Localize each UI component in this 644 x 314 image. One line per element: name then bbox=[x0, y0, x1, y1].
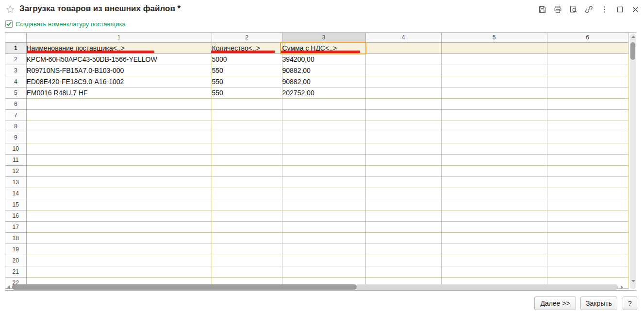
cell-r18c4[interactable] bbox=[365, 232, 441, 244]
maximize-icon[interactable] bbox=[614, 3, 626, 15]
cell-r17c2[interactable] bbox=[212, 221, 282, 232]
column-header-1[interactable]: 1 bbox=[26, 33, 212, 42]
cell-r16c1[interactable] bbox=[26, 210, 212, 221]
cell-r14c1[interactable] bbox=[26, 188, 212, 199]
cell-r2c4[interactable] bbox=[365, 53, 441, 65]
cell-r6c6[interactable] bbox=[547, 98, 628, 109]
cell-r12c2[interactable] bbox=[212, 165, 282, 176]
cell-r15c1[interactable] bbox=[26, 199, 212, 210]
cell-r12c1[interactable] bbox=[26, 165, 212, 176]
column-header-3[interactable]: 3 bbox=[282, 33, 365, 42]
cell-r18c6[interactable] bbox=[547, 232, 628, 244]
cell-r16c5[interactable] bbox=[441, 210, 547, 221]
cell-r4c5[interactable] bbox=[441, 76, 547, 87]
cell-r5c6[interactable] bbox=[547, 87, 628, 98]
cell-r17c3[interactable] bbox=[282, 221, 365, 232]
row-header-5[interactable]: 5 bbox=[5, 87, 26, 98]
cell-r8c2[interactable] bbox=[212, 121, 282, 132]
cell-r13c6[interactable] bbox=[547, 176, 628, 188]
cell-r3c4[interactable] bbox=[365, 65, 441, 76]
cell-r4c4[interactable] bbox=[365, 76, 441, 87]
cell-r7c6[interactable] bbox=[547, 109, 628, 121]
close-button[interactable]: Закрыть bbox=[580, 297, 617, 310]
cell-r13c5[interactable] bbox=[441, 176, 547, 188]
scroll-left-arrow-icon[interactable] bbox=[7, 285, 10, 289]
column-header-6[interactable]: 6 bbox=[547, 33, 628, 42]
cell-r15c2[interactable] bbox=[212, 199, 282, 210]
scroll-down-arrow-icon[interactable] bbox=[631, 280, 635, 282]
cell-r16c4[interactable] bbox=[365, 210, 441, 221]
cell-r9c6[interactable] bbox=[547, 132, 628, 143]
cell-r18c3[interactable] bbox=[282, 232, 365, 244]
cell-r16c6[interactable] bbox=[547, 210, 628, 221]
cell-r17c5[interactable] bbox=[441, 221, 547, 232]
horizontal-scrollbar-track[interactable] bbox=[357, 284, 618, 290]
row-header-2[interactable]: 2 bbox=[5, 53, 26, 65]
horizontal-scrollbar-thumb[interactable] bbox=[12, 284, 357, 290]
cell-r4c2[interactable]: 550 bbox=[212, 76, 282, 87]
row-header-4[interactable]: 4 bbox=[5, 76, 26, 87]
cell-r10c2[interactable] bbox=[212, 143, 282, 154]
row-header-6[interactable]: 6 bbox=[5, 98, 26, 109]
cell-r12c3[interactable] bbox=[282, 165, 365, 176]
cell-r8c3[interactable] bbox=[282, 121, 365, 132]
cell-r4c3[interactable]: 90882,00 bbox=[282, 76, 365, 87]
more-icon[interactable] bbox=[598, 3, 610, 15]
cell-r10c3[interactable] bbox=[282, 143, 365, 154]
cell-r20c1[interactable] bbox=[26, 255, 212, 266]
print-preview-icon[interactable] bbox=[567, 3, 579, 15]
cell-r8c4[interactable] bbox=[365, 121, 441, 132]
cell-r18c2[interactable] bbox=[212, 232, 282, 244]
cell-r20c3[interactable] bbox=[282, 255, 365, 266]
cell-r2c2[interactable]: 5000 bbox=[212, 53, 282, 65]
row-header-17[interactable]: 17 bbox=[5, 221, 26, 232]
cell-r11c6[interactable] bbox=[547, 154, 628, 165]
cell-r5c2[interactable]: 550 bbox=[212, 87, 282, 98]
cell-r3c3[interactable]: 90882,00 bbox=[282, 65, 365, 76]
cell-r4c6[interactable] bbox=[547, 76, 628, 87]
cell-r19c6[interactable] bbox=[547, 244, 628, 255]
cell-r3c1[interactable]: R09710NS-FB15A7.0-B103-000 bbox=[26, 65, 212, 76]
cell-r9c3[interactable] bbox=[282, 132, 365, 143]
cell-r3c2[interactable]: 550 bbox=[212, 65, 282, 76]
row-header-1[interactable]: 1 bbox=[5, 42, 26, 53]
row-header-21[interactable]: 21 bbox=[5, 266, 26, 277]
save-icon[interactable] bbox=[536, 3, 548, 15]
row-header-19[interactable]: 19 bbox=[5, 244, 26, 255]
cell-r1c4[interactable] bbox=[365, 42, 441, 53]
row-header-10[interactable]: 10 bbox=[5, 143, 26, 154]
row-header-14[interactable]: 14 bbox=[5, 188, 26, 199]
row-header-3[interactable]: 3 bbox=[5, 65, 26, 76]
cell-r3c5[interactable] bbox=[441, 65, 547, 76]
cell-r12c5[interactable] bbox=[441, 165, 547, 176]
cell-r18c5[interactable] bbox=[441, 232, 547, 244]
cell-r14c3[interactable] bbox=[282, 188, 365, 199]
cell-r11c5[interactable] bbox=[441, 154, 547, 165]
cell-r11c1[interactable] bbox=[26, 154, 212, 165]
column-header-4[interactable]: 4 bbox=[365, 33, 441, 42]
cell-r18c1[interactable] bbox=[26, 232, 212, 244]
row-header-15[interactable]: 15 bbox=[5, 199, 26, 210]
scroll-right-arrow-icon[interactable] bbox=[621, 285, 623, 289]
row-header-13[interactable]: 13 bbox=[5, 176, 26, 188]
cell-r7c3[interactable] bbox=[282, 109, 365, 121]
cell-r7c2[interactable] bbox=[212, 109, 282, 121]
column-header-2[interactable]: 2 bbox=[212, 33, 282, 42]
cell-r19c5[interactable] bbox=[441, 244, 547, 255]
corner-cell[interactable] bbox=[5, 33, 26, 42]
cell-r15c3[interactable] bbox=[282, 199, 365, 210]
row-header-7[interactable]: 7 bbox=[5, 109, 26, 121]
favorite-star-icon[interactable] bbox=[5, 4, 15, 14]
cell-r16c3[interactable] bbox=[282, 210, 365, 221]
cell-r20c6[interactable] bbox=[547, 255, 628, 266]
cell-r6c2[interactable] bbox=[212, 98, 282, 109]
cell-r8c6[interactable] bbox=[547, 121, 628, 132]
cell-r15c5[interactable] bbox=[441, 199, 547, 210]
print-icon[interactable] bbox=[552, 3, 563, 15]
cell-r20c4[interactable] bbox=[365, 255, 441, 266]
cell-r19c1[interactable] bbox=[26, 244, 212, 255]
cell-r6c3[interactable] bbox=[282, 98, 365, 109]
checkbox-box[interactable] bbox=[5, 20, 13, 28]
cell-r20c2[interactable] bbox=[212, 255, 282, 266]
cell-r14c6[interactable] bbox=[547, 188, 628, 199]
